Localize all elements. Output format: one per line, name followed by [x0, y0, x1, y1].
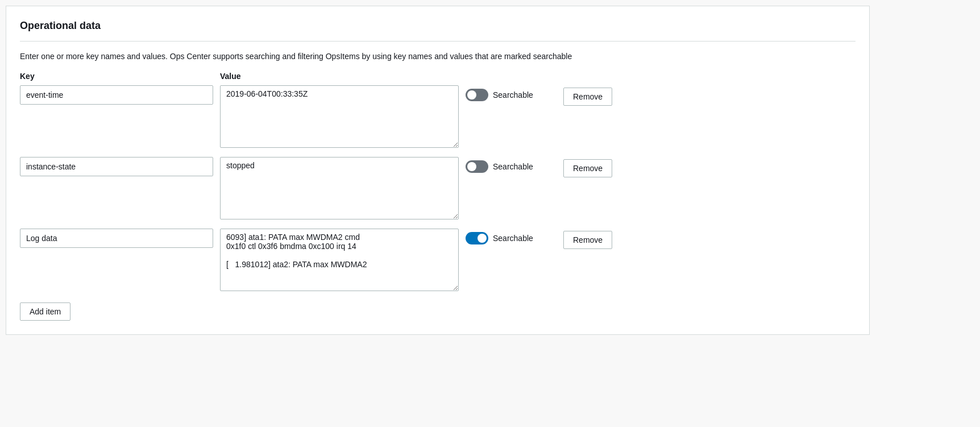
column-headers: Key Value: [20, 72, 856, 81]
section-title: Operational data: [20, 20, 856, 32]
table-row: 2019-06-04T00:33:35Z Searchable Remove: [20, 85, 856, 148]
remove-button-3[interactable]: Remove: [563, 231, 612, 249]
toggle-slider-3: [466, 232, 488, 244]
items-list: 2019-06-04T00:33:35Z Searchable Remove s…: [20, 85, 856, 291]
toggle-slider-2: [466, 160, 488, 173]
key-input-3[interactable]: [20, 229, 213, 248]
value-column-header: Value: [220, 72, 241, 81]
value-textarea-1[interactable]: 2019-06-04T00:33:35Z: [220, 85, 459, 148]
key-column-header: Key: [20, 72, 213, 81]
searchable-label-2: Searchable: [493, 162, 533, 171]
searchable-toggle-1[interactable]: [466, 89, 488, 101]
remove-button-1[interactable]: Remove: [563, 88, 612, 106]
remove-button-2[interactable]: Remove: [563, 159, 612, 177]
key-input-1[interactable]: [20, 85, 213, 105]
searchable-control-2: Searchable: [466, 157, 557, 173]
table-row: 6093] ata1: PATA max MWDMA2 cmd 0x1f0 ct…: [20, 229, 856, 291]
searchable-toggle-2[interactable]: [466, 160, 488, 173]
add-item-button[interactable]: Add item: [20, 302, 70, 321]
toggle-slider-1: [466, 89, 488, 101]
section-description: Enter one or more key names and values. …: [20, 51, 856, 63]
searchable-toggle-3[interactable]: [466, 232, 488, 244]
operational-data-section: Operational data Enter one or more key n…: [6, 6, 870, 335]
value-textarea-2[interactable]: stopped: [220, 157, 459, 219]
searchable-label-3: Searchable: [493, 234, 533, 243]
divider: [20, 41, 856, 42]
table-row: stopped Searchable Remove: [20, 157, 856, 219]
value-textarea-3[interactable]: 6093] ata1: PATA max MWDMA2 cmd 0x1f0 ct…: [220, 229, 459, 291]
searchable-control-1: Searchable: [466, 85, 557, 101]
searchable-control-3: Searchable: [466, 229, 557, 244]
searchable-label-1: Searchable: [493, 90, 533, 100]
key-input-2[interactable]: [20, 157, 213, 176]
